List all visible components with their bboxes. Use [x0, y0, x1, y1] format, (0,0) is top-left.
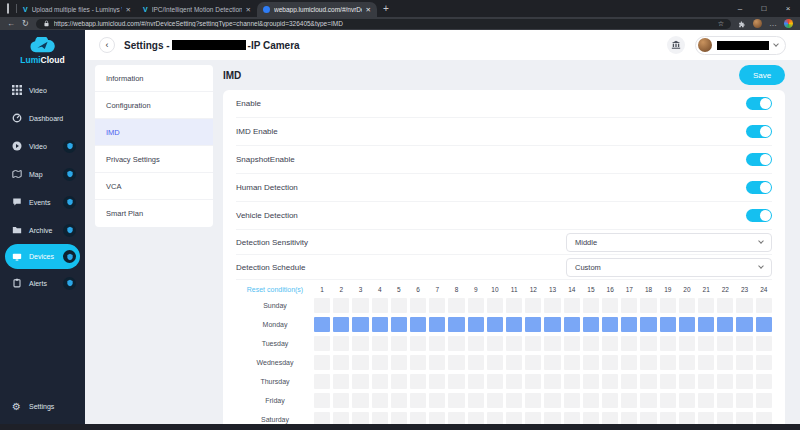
sidebar-item-settings[interactable]: ⚙Settings [5, 392, 80, 420]
schedule-cell[interactable] [391, 298, 407, 313]
schedule-cell[interactable] [391, 355, 407, 370]
schedule-cell[interactable] [429, 336, 445, 351]
schedule-cell[interactable] [756, 298, 772, 313]
schedule-cell[interactable] [506, 336, 522, 351]
schedule-cell[interactable] [756, 317, 772, 332]
schedule-cell[interactable] [544, 317, 560, 332]
schedule-cell[interactable] [468, 336, 484, 351]
schedule-cell[interactable] [583, 412, 599, 424]
schedule-cell[interactable] [525, 374, 541, 389]
browser-tab[interactable]: VIPC/Intelligent Motion Detection✕ [137, 2, 257, 17]
schedule-cell[interactable] [544, 298, 560, 313]
schedule-cell[interactable] [448, 374, 464, 389]
schedule-cell[interactable] [429, 412, 445, 424]
schedule-cell[interactable] [352, 317, 368, 332]
schedule-cell[interactable] [544, 393, 560, 408]
schedule-cell[interactable] [583, 374, 599, 389]
schedule-cell[interactable] [679, 298, 695, 313]
schedule-cell[interactable] [391, 336, 407, 351]
schedule-cell[interactable] [372, 317, 388, 332]
schedule-cell[interactable] [583, 393, 599, 408]
schedule-cell[interactable] [621, 412, 637, 424]
schedule-cell[interactable] [736, 412, 752, 424]
sidebar-item-video[interactable]: Video [5, 132, 80, 160]
schedule-cell[interactable] [448, 298, 464, 313]
schedule-cell[interactable] [660, 374, 676, 389]
schedule-cell[interactable] [564, 393, 580, 408]
close-tab-icon[interactable]: ✕ [366, 6, 371, 14]
schedule-cell[interactable] [660, 298, 676, 313]
schedule-cell[interactable] [717, 374, 733, 389]
schedule-cell[interactable] [621, 317, 637, 332]
schedule-cell[interactable] [506, 393, 522, 408]
schedule-cell[interactable] [410, 336, 426, 351]
reset-conditions-link[interactable]: Reset condition(s) [247, 286, 303, 293]
schedule-cell[interactable] [410, 412, 426, 424]
schedule-cell[interactable] [487, 317, 503, 332]
maximize-button[interactable]: □ [752, 4, 776, 13]
schedule-cell[interactable] [448, 317, 464, 332]
settings-tab-imd[interactable]: IMD [95, 119, 213, 146]
schedule-cell[interactable] [372, 393, 388, 408]
schedule-cell[interactable] [468, 317, 484, 332]
schedule-cell[interactable] [314, 374, 330, 389]
browser-tab[interactable]: VUpload multiple files - Luminys W✕ [17, 2, 137, 17]
schedule-cell[interactable] [717, 355, 733, 370]
schedule-cell[interactable] [602, 336, 618, 351]
schedule-cell[interactable] [410, 298, 426, 313]
schedule-cell[interactable] [468, 298, 484, 313]
schedule-cell[interactable] [333, 336, 349, 351]
minimize-button[interactable]: – [728, 4, 752, 13]
browser-back-button[interactable]: ← [7, 20, 15, 28]
settings-tab-smart-plan[interactable]: Smart Plan [95, 200, 213, 227]
toggle-switch[interactable] [746, 209, 772, 222]
schedule-cell[interactable] [756, 393, 772, 408]
schedule-cell[interactable] [448, 412, 464, 424]
schedule-cell[interactable] [314, 298, 330, 313]
schedule-cell[interactable] [372, 374, 388, 389]
schedule-cell[interactable] [602, 393, 618, 408]
schedule-cell[interactable] [391, 393, 407, 408]
schedule-cell[interactable] [717, 412, 733, 424]
schedule-cell[interactable] [372, 336, 388, 351]
organization-button[interactable] [667, 36, 685, 54]
schedule-cell[interactable] [564, 355, 580, 370]
schedule-cell[interactable] [660, 336, 676, 351]
schedule-cell[interactable] [640, 393, 656, 408]
tab-overview-icon[interactable] [0, 4, 16, 13]
schedule-cell[interactable] [391, 317, 407, 332]
toggle-switch[interactable] [746, 181, 772, 194]
schedule-cell[interactable] [698, 317, 714, 332]
schedule-cell[interactable] [679, 336, 695, 351]
schedule-cell[interactable] [525, 317, 541, 332]
schedule-cell[interactable] [660, 393, 676, 408]
schedule-cell[interactable] [487, 298, 503, 313]
schedule-cell[interactable] [736, 298, 752, 313]
schedule-cell[interactable] [698, 374, 714, 389]
schedule-cell[interactable] [525, 355, 541, 370]
schedule-cell[interactable] [314, 355, 330, 370]
user-menu[interactable] [695, 36, 786, 55]
schedule-cell[interactable] [564, 298, 580, 313]
select-dropdown[interactable]: Custom [566, 258, 772, 277]
schedule-cell[interactable] [506, 298, 522, 313]
schedule-cell[interactable] [314, 317, 330, 332]
sidebar-item-devices[interactable]: Devices [5, 244, 80, 269]
schedule-cell[interactable] [717, 317, 733, 332]
sidebar-item-map[interactable]: Map [5, 160, 80, 188]
schedule-cell[interactable] [698, 412, 714, 424]
close-window-button[interactable]: × [776, 4, 800, 13]
toggle-switch[interactable] [746, 125, 772, 138]
schedule-cell[interactable] [544, 336, 560, 351]
schedule-cell[interactable] [679, 393, 695, 408]
schedule-cell[interactable] [621, 393, 637, 408]
schedule-cell[interactable] [564, 374, 580, 389]
schedule-cell[interactable] [698, 355, 714, 370]
schedule-cell[interactable] [660, 412, 676, 424]
schedule-cell[interactable] [429, 298, 445, 313]
schedule-cell[interactable] [468, 374, 484, 389]
schedule-cell[interactable] [583, 298, 599, 313]
schedule-cell[interactable] [602, 355, 618, 370]
schedule-cell[interactable] [544, 355, 560, 370]
schedule-cell[interactable] [506, 355, 522, 370]
